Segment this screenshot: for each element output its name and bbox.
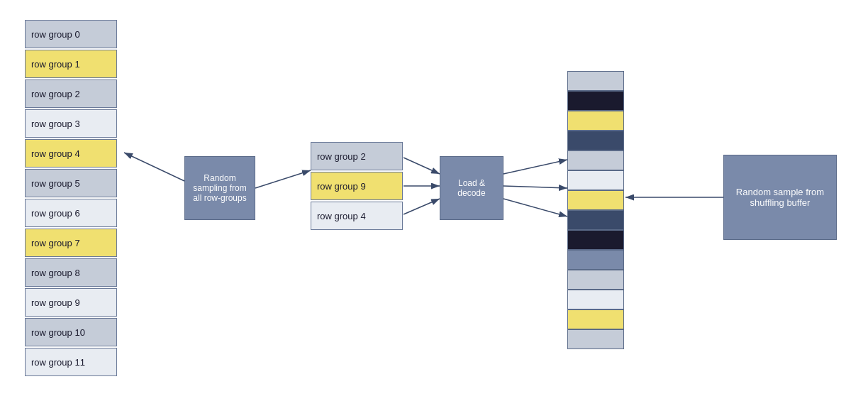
middle-group-item-2: row group 4 <box>311 202 403 230</box>
svg-line-1 <box>124 153 184 181</box>
row-group-item-5: row group 5 <box>25 169 117 197</box>
middle-group-item-0: row group 2 <box>311 142 403 170</box>
shuffle-bar-7 <box>567 210 624 230</box>
row-group-item-8: row group 8 <box>25 258 117 287</box>
row-group-item-6: row group 6 <box>25 199 117 227</box>
shuffle-bar-4 <box>567 150 624 170</box>
row-group-item-9: row group 9 <box>25 288 117 317</box>
svg-line-7 <box>503 186 567 188</box>
svg-line-6 <box>503 160 567 174</box>
shuffle-bar-3 <box>567 131 624 150</box>
row-group-item-7: row group 7 <box>25 229 117 257</box>
row-group-item-10: row group 10 <box>25 318 117 346</box>
svg-line-2 <box>255 170 311 188</box>
random-sample-box: Random sample from shuffling buffer <box>723 155 837 240</box>
shuffle-bar-9 <box>567 250 624 270</box>
shuffle-bar-1 <box>567 91 624 111</box>
shuffle-bar-2 <box>567 111 624 131</box>
shuffle-buffer <box>567 71 624 349</box>
shuffle-bar-8 <box>567 230 624 250</box>
svg-line-3 <box>404 158 440 174</box>
sampling-box: Random sampling from all row-groups <box>184 156 255 220</box>
shuffle-bar-10 <box>567 270 624 290</box>
row-group-item-4: row group 4 <box>25 139 117 168</box>
middle-groups: row group 2row group 9row group 4 <box>311 142 403 230</box>
row-group-item-11: row group 11 <box>25 348 117 376</box>
row-group-item-3: row group 3 <box>25 109 117 138</box>
svg-line-8 <box>503 199 567 216</box>
shuffle-bar-6 <box>567 190 624 210</box>
load-decode-box: Load & decode <box>440 156 503 220</box>
shuffle-bar-5 <box>567 170 624 190</box>
middle-group-item-1: row group 9 <box>311 172 403 200</box>
row-group-list: row group 0row group 1row group 2row gro… <box>25 20 117 378</box>
shuffle-bar-12 <box>567 309 624 329</box>
shuffle-bar-13 <box>567 329 624 349</box>
shuffle-bar-0 <box>567 71 624 91</box>
row-group-item-1: row group 1 <box>25 50 117 78</box>
row-group-item-0: row group 0 <box>25 20 117 48</box>
row-group-item-2: row group 2 <box>25 79 117 108</box>
svg-line-5 <box>404 199 440 214</box>
diagram-container: row group 0row group 1row group 2row gro… <box>0 0 868 406</box>
shuffle-bar-11 <box>567 290 624 309</box>
